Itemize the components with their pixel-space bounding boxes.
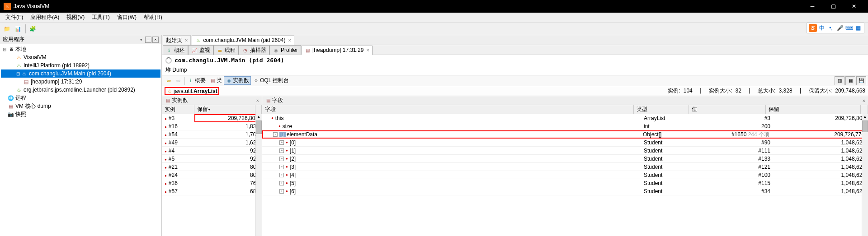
- tab-close-icon[interactable]: ×: [288, 37, 291, 43]
- close-button[interactable]: ✕: [844, 0, 864, 13]
- menu-applications[interactable]: 应用程序(A): [27, 13, 63, 22]
- sidebar-close-button[interactable]: ×: [152, 37, 159, 43]
- profiler-icon: ◉: [273, 47, 279, 53]
- tree-node-vmdump[interactable]: ▤VM 核心 dump: [1, 102, 160, 110]
- subtab-heapdump[interactable]: ▤[heapdump] 17:31:29×: [301, 46, 373, 55]
- sidebar-dropdown-icon[interactable]: ▾: [140, 37, 142, 42]
- minimize-button[interactable]: ─: [802, 0, 823, 13]
- scroll-up-icon[interactable]: ▴: [862, 114, 868, 120]
- expand-icon[interactable]: +: [279, 148, 284, 153]
- table-row[interactable]: ●#5928: [162, 155, 262, 163]
- ime-lang[interactable]: 中: [818, 24, 826, 32]
- tree-node-remote[interactable]: 🌐远程: [1, 94, 160, 102]
- table-row[interactable]: +●[6]Student#341,048,624: [262, 187, 868, 195]
- table-row[interactable]: ●#21801: [162, 163, 262, 171]
- tab-main-process[interactable]: ♨com.changlu.JVM.Main (pid 2604)×: [192, 35, 294, 45]
- subtab-sampler[interactable]: ◔抽样器: [239, 45, 269, 55]
- panel-close-button[interactable]: ×: [863, 98, 865, 103]
- menu-tools[interactable]: 工具(T): [88, 13, 113, 22]
- ime-menu-icon[interactable]: ▦: [854, 24, 862, 32]
- tree-node-snapshot[interactable]: 📷快照: [1, 110, 160, 118]
- col-field[interactable]: 字段: [262, 105, 634, 114]
- table-row[interactable]: +●[1]Student#1111,048,624: [262, 147, 868, 155]
- table-row[interactable]: ●#36769: [162, 179, 262, 187]
- sogou-icon[interactable]: S: [809, 24, 817, 32]
- plugin-button[interactable]: 🧩: [28, 24, 38, 34]
- table-row[interactable]: ●thisArrayList#3209,726,808: [262, 114, 868, 122]
- table-row[interactable]: ●#24801: [162, 171, 262, 179]
- subtab-monitor[interactable]: 📈监视: [188, 45, 213, 55]
- table-row[interactable]: ●sizeint200: [262, 122, 868, 130]
- subtab-threads[interactable]: ☰线程: [213, 45, 239, 55]
- nav-classes[interactable]: ▤类: [208, 77, 224, 84]
- scrollbar-thumb[interactable]: [862, 120, 868, 132]
- ime-keyboard-icon[interactable]: ⌨: [845, 24, 853, 32]
- tree-node-heapdump[interactable]: ▤[heapdump] 17:31:29: [1, 78, 160, 86]
- array-icon: []: [279, 132, 286, 137]
- table-row[interactable]: ●#161,837: [162, 122, 262, 130]
- subtab-profiler[interactable]: ◉Profiler: [269, 45, 301, 55]
- maximize-button[interactable]: ▢: [823, 0, 844, 13]
- table-row[interactable]: +●[2]Student#1331,048,624: [262, 155, 868, 163]
- fields-table-body[interactable]: ●thisArrayList#3209,726,808●sizeint200-[…: [262, 114, 868, 236]
- nav-action-3[interactable]: 💾: [856, 76, 866, 85]
- table-row[interactable]: ●#4928: [162, 147, 262, 155]
- expand-icon[interactable]: +: [279, 189, 284, 194]
- table-row[interactable]: +●[0]Student#901,048,624: [262, 139, 868, 147]
- col-retained[interactable]: 保留: [194, 105, 255, 114]
- col-retained[interactable]: 保留: [766, 105, 861, 114]
- expand-icon[interactable]: +: [279, 157, 284, 161]
- table-row[interactable]: +●[5]Student#1151,048,624: [262, 179, 868, 187]
- expand-icon[interactable]: +: [279, 165, 284, 169]
- ime-punct-icon[interactable]: •,: [827, 24, 835, 32]
- scrollbar-thumb[interactable]: [256, 120, 262, 134]
- tab-close-icon[interactable]: ×: [366, 47, 369, 53]
- tree-node-main[interactable]: ⊟♨com.changlu.JVM.Main (pid 2604): [1, 69, 160, 78]
- expand-icon[interactable]: +: [279, 140, 284, 145]
- table-row[interactable]: +●[3]Student#1211,048,624: [262, 163, 868, 171]
- nav-summary[interactable]: ℹ概要: [186, 77, 208, 84]
- open-app-dump-button[interactable]: 📁: [2, 24, 12, 34]
- col-instance[interactable]: 实例: [162, 105, 194, 114]
- panel-close-button[interactable]: ×: [256, 98, 259, 103]
- tree-node-visualvm[interactable]: ♨VisualVM: [1, 53, 160, 61]
- expand-icon[interactable]: -: [273, 132, 278, 137]
- collapse-icon[interactable]: ⊟: [15, 71, 21, 76]
- menu-view[interactable]: 视图(V): [63, 13, 88, 22]
- nav-action-1[interactable]: ▥: [835, 76, 844, 85]
- col-scrollbar-gutter: [255, 105, 262, 114]
- menu-help[interactable]: 帮助(H): [140, 13, 166, 22]
- ime-mic-icon[interactable]: 🎤: [836, 24, 844, 32]
- scroll-up-icon[interactable]: ▴: [256, 114, 262, 120]
- nav-oql[interactable]: ⚙OQL 控制台: [251, 77, 291, 84]
- tree-node-intellij[interactable]: ♨IntelliJ Platform (pid 18992): [1, 61, 160, 69]
- scrollbar[interactable]: ▴: [255, 114, 262, 236]
- table-row[interactable]: ●#491,623: [162, 139, 262, 147]
- instances-table-body[interactable]: ●#3209,726,808●#161,837●#541,708●#491,62…: [162, 114, 262, 236]
- expand-icon[interactable]: +: [279, 173, 284, 177]
- tree-node-local[interactable]: ⊟🖥本地: [1, 45, 160, 53]
- col-value[interactable]: 值: [689, 105, 766, 114]
- collapse-icon[interactable]: ⊟: [2, 47, 7, 52]
- subtab-overview[interactable]: ℹ概述: [163, 45, 188, 55]
- table-row[interactable]: -[]elementDataObject[]#1650 244 个项209,72…: [262, 130, 868, 139]
- col-type[interactable]: 类型: [634, 105, 689, 114]
- menu-file[interactable]: 文件(F): [2, 13, 27, 22]
- nav-forward-button[interactable]: ⇨: [174, 76, 184, 85]
- expand-icon[interactable]: +: [279, 181, 284, 185]
- tab-close-icon[interactable]: ×: [185, 37, 188, 43]
- nav-back-button[interactable]: ⇦: [164, 76, 174, 85]
- table-row[interactable]: ●#57682: [162, 187, 262, 195]
- tab-start-page[interactable]: 起始页×: [163, 35, 191, 45]
- menu-window[interactable]: 窗口(W): [113, 13, 140, 22]
- nav-instances[interactable]: ◉实例数: [224, 76, 251, 85]
- table-row[interactable]: +●[4]Student#1001,048,624: [262, 171, 868, 179]
- table-row[interactable]: ●#541,708: [162, 130, 262, 139]
- snapshot-icon: 📷: [7, 111, 14, 117]
- table-row[interactable]: ●#3209,726,808: [162, 114, 262, 122]
- open-snapshot-button[interactable]: 📊: [13, 24, 23, 34]
- nav-action-2[interactable]: ▦: [845, 76, 855, 85]
- sidebar-minimize-button[interactable]: –: [145, 37, 151, 43]
- tree-node-launcher[interactable]: ♨org.jetbrains.jps.cmdline.Launcher (pid…: [1, 86, 160, 94]
- scrollbar[interactable]: ▴: [862, 114, 868, 236]
